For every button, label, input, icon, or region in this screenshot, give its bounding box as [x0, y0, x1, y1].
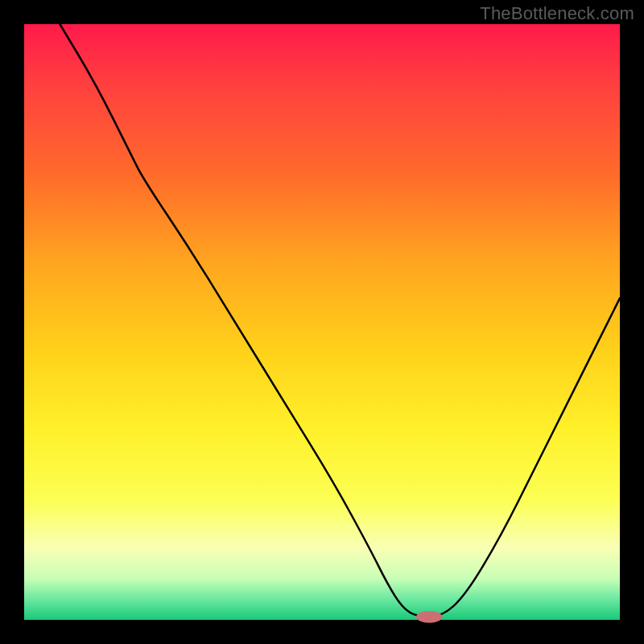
chart-frame: TheBottleneck.com — [0, 0, 644, 644]
optimal-marker — [416, 611, 443, 623]
gradient-background — [24, 24, 620, 620]
watermark-text: TheBottleneck.com — [480, 3, 634, 24]
bottleneck-chart — [0, 0, 644, 644]
